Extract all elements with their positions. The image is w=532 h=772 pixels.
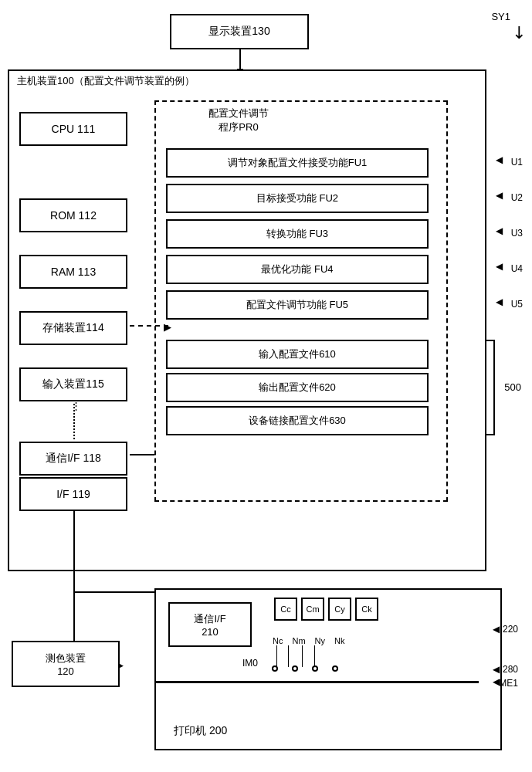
rom-label: ROM 112 xyxy=(50,209,97,222)
fu4-box: 最优化功能 FU4 xyxy=(166,255,429,284)
cm-label: Cm xyxy=(306,604,319,614)
color-measure-box: 测色装置120 xyxy=(12,641,120,687)
cf610-box: 输入配置文件610 xyxy=(166,340,429,369)
line-if-down xyxy=(73,511,75,593)
line-nm-dot xyxy=(288,645,289,667)
cy-box: Cy xyxy=(328,598,351,621)
dots-row xyxy=(272,665,338,672)
dot-4 xyxy=(332,665,338,672)
label-220: 220 xyxy=(503,624,518,635)
me1-label: ME1 xyxy=(499,678,518,689)
color-measure-label: 测色装置120 xyxy=(46,652,86,677)
fu5-box: 配置文件调节功能 FU5 xyxy=(166,290,429,320)
ck-box: Ck xyxy=(355,598,378,621)
line-ny-dot xyxy=(302,645,303,667)
cc-label: Cc xyxy=(280,604,290,614)
label-500: 500 xyxy=(504,381,521,393)
brace-500 xyxy=(486,340,495,435)
sy1-arrow-icon: ↘ xyxy=(507,19,530,43)
fu2-box: 目标接受功能 FU2 xyxy=(166,184,429,213)
display-device-box: 显示装置130 xyxy=(170,14,309,49)
comm-if-210-label: 通信I/F210 xyxy=(194,612,225,638)
if-box: I/F 119 xyxy=(19,477,127,511)
cf630-box: 设备链接配置文件630 xyxy=(166,406,429,435)
printer-label: 打印机 200 xyxy=(174,724,227,738)
fu1-label: 调节对象配置文件接受功能FU1 xyxy=(228,156,368,170)
arrow-me1-icon: ◀ xyxy=(493,676,500,687)
arrow-u4-icon: ◀ xyxy=(496,261,503,272)
cpu-box: CPU 111 xyxy=(19,112,127,146)
storage-label: 存储装置114 xyxy=(42,321,103,335)
u3-label: U3 xyxy=(511,228,523,239)
comm-if-box: 通信I/F 118 xyxy=(19,442,127,476)
u1-label: U1 xyxy=(511,157,523,168)
fu3-label: 转换功能 FU3 xyxy=(266,227,328,241)
host-device-title: 主机装置100（配置文件调节装置的例） xyxy=(17,74,195,88)
arrow-280-icon: ◀ xyxy=(493,664,500,675)
pr0-title: 配置文件调节 程序PR0 xyxy=(208,107,269,134)
nm-label: Nm xyxy=(292,636,305,645)
fu3-box: 转换功能 FU3 xyxy=(166,219,429,249)
diagram: SY1 ↘ 显示装置130 ▼ 主机装置100（配置文件调节装置的例） CPU … xyxy=(0,0,532,772)
cpu-label: CPU 111 xyxy=(52,123,96,135)
arrow-u3-icon: ◀ xyxy=(496,225,503,236)
dotted-dots: ⋮ xyxy=(71,400,81,411)
cf620-box: 输出配置文件620 xyxy=(166,373,429,402)
input-label: 输入装置115 xyxy=(42,378,103,391)
input-box: 输入装置115 xyxy=(19,367,127,401)
line-nk-dot xyxy=(314,645,315,667)
ny-label: Ny xyxy=(315,636,325,645)
line-nc-dot xyxy=(276,645,277,667)
u5-label: U5 xyxy=(511,299,523,310)
pr0-title-line2: 程序PR0 xyxy=(219,121,258,133)
cf630-label: 设备链接配置文件630 xyxy=(249,414,346,428)
display-device-label: 显示装置130 xyxy=(208,25,269,39)
ram-box: RAM 113 xyxy=(19,255,127,289)
cm-box: Cm xyxy=(301,598,324,621)
fu4-label: 最优化功能 FU4 xyxy=(261,262,333,276)
u2-label: U2 xyxy=(511,192,523,203)
sy1-label: SY1 xyxy=(491,11,510,22)
u4-label: U4 xyxy=(511,263,523,274)
arrow-u2-icon: ◀ xyxy=(496,190,503,201)
cf620-label: 输出配置文件620 xyxy=(259,381,336,394)
storage-box: 存储装置114 xyxy=(19,311,127,345)
if-label: I/F 119 xyxy=(56,488,90,500)
fu2-label: 目标接受功能 FU2 xyxy=(256,191,338,205)
fu5-label: 配置文件调节功能 FU5 xyxy=(246,298,348,312)
im0-label: IM0 xyxy=(242,658,258,669)
arrow-u1-icon: ◀ xyxy=(496,154,503,165)
n-label-row: Nc Nm Ny Nk xyxy=(273,636,344,645)
cc-box: Cc xyxy=(274,598,297,621)
nc-label: Nc xyxy=(273,636,283,645)
color-box-group: Cc Cm Cy Ck xyxy=(274,598,378,621)
cf610-label: 输入配置文件610 xyxy=(259,347,336,361)
nk-label: Nk xyxy=(334,636,344,645)
label-280: 280 xyxy=(503,664,518,675)
comm-if-label: 通信I/F 118 xyxy=(46,452,101,466)
ck-label: Ck xyxy=(361,604,371,614)
comm-if-210-box: 通信I/F210 xyxy=(168,602,252,647)
cy-label: Cy xyxy=(334,604,344,614)
me1-line xyxy=(154,681,479,684)
dot-3 xyxy=(312,665,318,672)
dot-2 xyxy=(292,665,298,672)
rom-box: ROM 112 xyxy=(19,198,127,232)
pr0-title-line1: 配置文件调节 xyxy=(208,107,269,119)
arrow-storage-pr0-icon: ▶ xyxy=(164,321,171,333)
arrow-220-icon: ◀ xyxy=(493,624,500,635)
arrow-u5-icon: ◀ xyxy=(496,296,503,307)
fu1-box: 调节对象配置文件接受功能FU1 xyxy=(166,148,429,178)
ram-label: RAM 113 xyxy=(51,266,96,278)
storage-dashed-line xyxy=(130,325,168,327)
